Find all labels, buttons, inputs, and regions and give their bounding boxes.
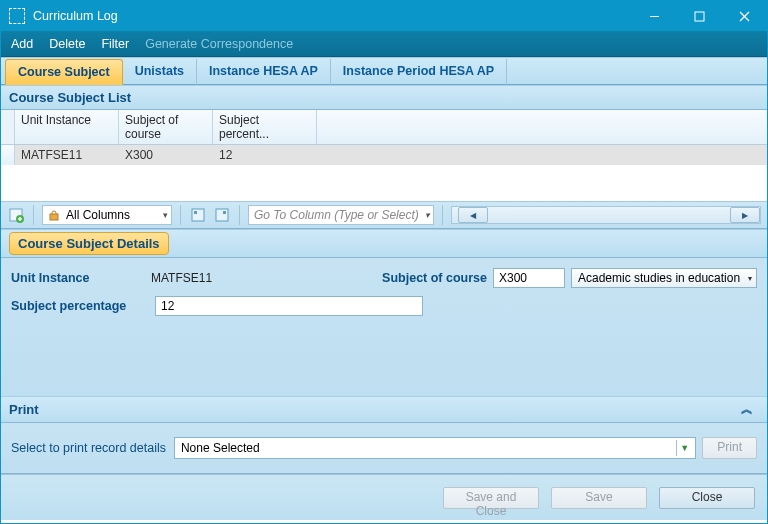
menu-generate-correspondence: Generate Correspondence <box>145 37 293 51</box>
section-title-label: Course Subject List <box>9 90 131 105</box>
scroll-left-button[interactable]: ◀ <box>458 207 488 223</box>
col-subject-percent[interactable]: Subject percent... <box>213 110 317 144</box>
select-subject-description-value: Academic studies in education <box>578 271 740 285</box>
section-course-subject-details: Course Subject Details <box>1 229 767 258</box>
input-subject-percentage[interactable] <box>155 296 423 316</box>
svg-rect-1 <box>695 12 704 21</box>
horizontal-scrollbar[interactable]: ◀ ▶ <box>451 206 761 224</box>
app-icon <box>9 8 25 24</box>
cell-subject-percent: 12 <box>213 148 317 162</box>
collapse-icon[interactable]: ︽ <box>741 401 759 418</box>
col-unit-instance[interactable]: Unit Instance <box>15 110 119 144</box>
print-panel: Select to print record details None Sele… <box>1 423 767 474</box>
menu-bar: Add Delete Filter Generate Correspondenc… <box>1 31 767 57</box>
section-print-label: Print <box>9 402 39 417</box>
window-title: Curriculum Log <box>33 9 632 23</box>
value-unit-instance: MATFSE11 <box>151 271 212 285</box>
tab-course-subject[interactable]: Course Subject <box>5 59 123 85</box>
svg-rect-11 <box>216 209 228 221</box>
lock-icon <box>48 209 60 221</box>
section-print[interactable]: Print ︽ <box>1 396 767 423</box>
label-subject-percentage: Subject percentage <box>11 299 151 313</box>
grid-toolbar: All Columns ▾ Go To Column (Type or Sele… <box>1 201 767 229</box>
svg-rect-12 <box>223 211 226 214</box>
svg-rect-9 <box>192 209 204 221</box>
menu-filter[interactable]: Filter <box>101 37 129 51</box>
columns-dropdown-label: All Columns <box>66 208 130 222</box>
save-button: Save <box>551 487 647 509</box>
print-record-select[interactable]: None Selected ▼ <box>174 437 696 459</box>
cell-unit-instance: MATFSE11 <box>15 148 119 162</box>
chevron-down-icon: ▾ <box>425 210 430 220</box>
section-course-subject-list: Course Subject List <box>1 85 767 110</box>
tab-bar: Course Subject Unistats Instance HESA AP… <box>1 57 767 85</box>
maximize-button[interactable] <box>677 1 722 31</box>
svg-rect-8 <box>50 214 58 220</box>
minimize-button[interactable] <box>632 1 677 31</box>
tab-unistats[interactable]: Unistats <box>123 59 197 85</box>
input-subject-of-course[interactable] <box>493 268 565 288</box>
scroll-right-button[interactable]: ▶ <box>730 207 760 223</box>
chevron-down-icon: ▼ <box>676 440 692 456</box>
label-print-select: Select to print record details <box>11 441 166 455</box>
course-subject-grid[interactable]: Unit Instance Subject of course Subject … <box>1 110 767 201</box>
print-record-select-value: None Selected <box>181 441 676 455</box>
select-subject-description[interactable]: Academic studies in education ▾ <box>571 268 757 288</box>
tab-instance-hesa-ap[interactable]: Instance HESA AP <box>197 59 331 85</box>
chevron-down-icon: ▾ <box>748 274 752 283</box>
menu-add[interactable]: Add <box>11 37 33 51</box>
svg-rect-10 <box>194 211 197 214</box>
save-and-close-button: Save and Close <box>443 487 539 509</box>
details-panel: Unit Instance MATFSE11 Subject of course… <box>1 258 767 396</box>
col-subject-of-course[interactable]: Subject of course <box>119 110 213 144</box>
label-subject-of-course: Subject of course <box>382 271 487 285</box>
print-button: Print <box>702 437 757 459</box>
columns-dropdown[interactable]: All Columns ▾ <box>42 205 172 225</box>
close-button[interactable]: Close <box>659 487 755 509</box>
title-bar: Curriculum Log <box>1 1 767 31</box>
menu-delete[interactable]: Delete <box>49 37 85 51</box>
close-window-button[interactable] <box>722 1 767 31</box>
footer: Save and Close Save Close <box>1 474 767 520</box>
toolbar-icon-1[interactable] <box>189 206 207 224</box>
label-unit-instance: Unit Instance <box>11 271 151 285</box>
cell-subject-of-course: X300 <box>119 148 213 162</box>
section-details-label: Course Subject Details <box>9 232 169 255</box>
add-row-icon[interactable] <box>7 206 25 224</box>
chevron-down-icon: ▾ <box>163 210 168 220</box>
table-row[interactable]: MATFSE11 X300 12 <box>1 145 767 165</box>
goto-placeholder: Go To Column (Type or Select) <box>254 208 419 222</box>
toolbar-icon-2[interactable] <box>213 206 231 224</box>
goto-column-dropdown[interactable]: Go To Column (Type or Select) ▾ <box>248 205 434 225</box>
grid-header: Unit Instance Subject of course Subject … <box>1 110 767 145</box>
tab-instance-period-hesa-ap[interactable]: Instance Period HESA AP <box>331 59 507 85</box>
